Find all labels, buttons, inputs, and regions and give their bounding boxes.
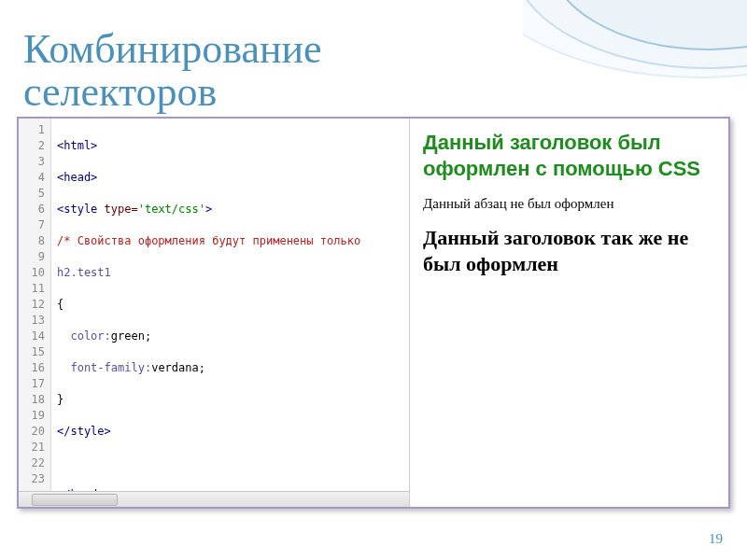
code-line: color:green; — [57, 329, 409, 344]
line-number: 9 — [19, 249, 45, 265]
line-number: 4 — [19, 170, 45, 186]
preview-paragraph: Данный абзац не был оформлен — [423, 196, 715, 212]
line-number: 17 — [19, 376, 45, 392]
line-number: 3 — [19, 154, 45, 170]
code-line: } — [57, 392, 409, 408]
corner-decoration — [523, 0, 747, 84]
line-number: 11 — [19, 281, 45, 297]
code-panel: 1 2 3 4 5 6 7 8 9 10 11 12 13 14 15 16 1… — [19, 119, 410, 507]
line-number: 16 — [19, 360, 45, 376]
line-gutter: 1 2 3 4 5 6 7 8 9 10 11 12 13 14 15 16 1… — [19, 119, 51, 491]
line-number: 6 — [19, 202, 45, 217]
code-line: </style> — [57, 424, 409, 440]
line-number: 12 — [19, 297, 45, 313]
line-number: 14 — [19, 329, 45, 344]
preview-panel: Данный заголовок был оформлен с помощью … — [410, 119, 728, 507]
code-line: <style type='text/css'> — [57, 202, 409, 217]
slide-number: 19 — [709, 531, 723, 547]
code-line: <head> — [57, 170, 409, 186]
horizontal-scrollbar[interactable] — [19, 491, 409, 507]
line-number: 23 — [19, 471, 45, 487]
code-line: font-family:verdana; — [57, 360, 409, 376]
line-number: 5 — [19, 186, 45, 202]
title-line-1: Комбинирование — [23, 26, 322, 72]
line-number: 2 — [19, 138, 45, 154]
preview-heading-plain: Данный заголовок так же не был оформлен — [423, 225, 715, 276]
line-number: 10 — [19, 265, 45, 281]
slide-title: Комбинирование селекторов — [23, 28, 322, 114]
line-number: 8 — [19, 233, 45, 249]
scrollbar-thumb[interactable] — [32, 494, 118, 506]
line-number: 15 — [19, 344, 45, 360]
code-line: h2.test1 — [57, 265, 409, 281]
line-number: 20 — [19, 424, 45, 440]
code-line: { — [57, 297, 409, 313]
line-number: 18 — [19, 392, 45, 408]
code-area: 1 2 3 4 5 6 7 8 9 10 11 12 13 14 15 16 1… — [19, 119, 409, 491]
line-number: 13 — [19, 313, 45, 329]
preview-heading-styled: Данный заголовок был оформлен с помощью … — [423, 130, 715, 181]
code-line: <html> — [57, 138, 409, 154]
code-line: /* Свойства оформления будут применены т… — [57, 233, 409, 249]
line-number: 19 — [19, 408, 45, 424]
line-number: 1 — [19, 122, 45, 138]
line-number: 22 — [19, 455, 45, 471]
slide: Комбинирование селекторов 1 2 3 4 5 6 7 … — [0, 0, 747, 560]
line-number: 21 — [19, 440, 45, 455]
code-lines: <html> <head> <style type='text/css'> /*… — [51, 119, 409, 491]
code-line — [57, 455, 409, 471]
content-frame: 1 2 3 4 5 6 7 8 9 10 11 12 13 14 15 16 1… — [17, 117, 730, 509]
title-line-2: селекторов — [23, 69, 217, 115]
line-number: 7 — [19, 217, 45, 233]
